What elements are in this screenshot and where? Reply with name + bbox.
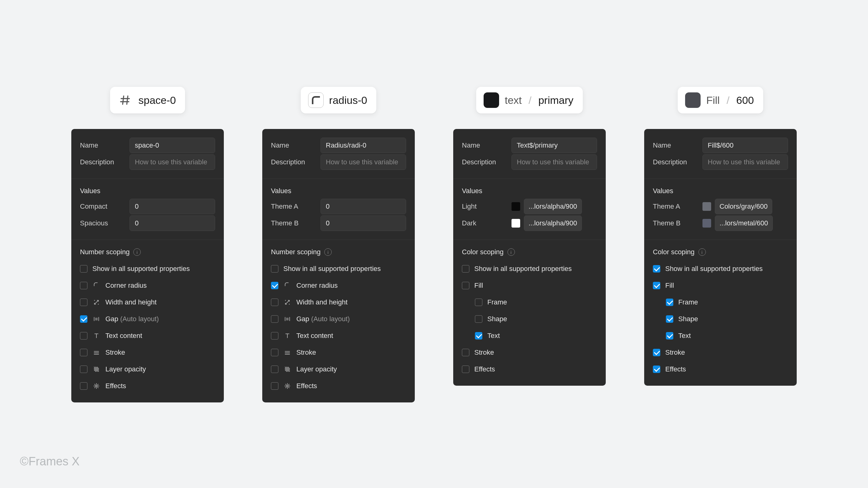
checkbox[interactable] [80,299,87,306]
checkbox[interactable] [80,315,87,323]
section-scoping: Color scoping i Show in all supported pr… [453,240,606,386]
corner-radius-icon [283,281,291,289]
scope-option-show-all[interactable]: Show in all supported properties [653,261,788,277]
checkbox[interactable] [80,282,87,289]
section-values: Values Compact 0 Spacious 0 [71,179,224,240]
name-field[interactable]: space-0 [130,138,215,153]
scope-option-effects[interactable]: Effects [462,361,597,377]
checkbox[interactable] [653,349,660,356]
scope-option-effects[interactable]: Effects [653,361,788,377]
scope-option-frame[interactable]: Frame [462,294,597,311]
variable-panel: Name space-0 Description How to use this… [71,129,224,402]
variable-panel: Name Fill$/600 Description How to use th… [644,129,797,386]
checkbox[interactable] [271,282,278,289]
info-icon[interactable]: i [133,248,141,256]
checkbox[interactable] [80,366,87,373]
scope-option-gap[interactable]: Gap (Auto layout) [271,311,406,327]
scope-option-width-height[interactable]: Width and height [80,294,215,311]
scope-option-text[interactable]: Text [653,327,788,344]
scope-option-layer-opacity[interactable]: Layer opacity [271,361,406,377]
scope-option-shape[interactable]: Shape [653,311,788,327]
info-icon[interactable]: i [507,248,515,256]
scope-option-text-content[interactable]: Text content [271,327,406,344]
info-icon[interactable]: i [699,248,706,256]
values-label: Values [271,187,406,195]
checkbox[interactable] [653,282,660,289]
scope-option-corner-radius[interactable]: Corner radius [80,277,215,294]
scope-label: Layer opacity [105,365,146,373]
scope-option-width-height[interactable]: Width and height [271,294,406,311]
name-field[interactable]: Text$/primary [512,138,597,153]
description-field[interactable]: How to use this variable [320,154,406,170]
checkbox[interactable] [475,332,483,339]
scope-label: Layer opacity [297,365,337,373]
value-alias-field[interactable]: Colors/gray/600 [715,199,772,214]
scope-option-effects[interactable]: Effects [80,377,215,394]
checkbox[interactable] [462,366,469,373]
scoping-title: Number scoping [80,248,130,256]
checkbox[interactable] [80,349,87,356]
value-alias-field[interactable]: ...lors/metal/600 [715,215,773,231]
checkbox[interactable] [80,265,87,273]
value-alias-field[interactable]: ...lors/alpha/900 [524,215,582,231]
value-field[interactable]: 0 [320,215,406,231]
checkbox[interactable] [271,382,278,390]
scope-option-stroke[interactable]: Stroke [462,344,597,361]
value-swatch[interactable] [703,219,711,227]
checkbox[interactable] [462,265,469,273]
checkbox[interactable] [666,299,673,306]
chip-separator: / [726,94,730,106]
description-field[interactable]: How to use this variable [130,154,215,170]
info-icon[interactable]: i [324,248,332,256]
checkbox[interactable] [475,315,483,323]
checkbox[interactable] [271,366,278,373]
checkbox[interactable] [666,332,673,339]
value-row: Theme A 0 [271,198,406,215]
scope-option-corner-radius[interactable]: Corner radius [271,277,406,294]
scope-option-gap[interactable]: Gap (Auto layout) [80,311,215,327]
description-field[interactable]: How to use this variable [512,154,597,170]
scope-option-text[interactable]: Text [462,327,597,344]
name-field[interactable]: Radius/radi-0 [320,138,406,153]
checkbox[interactable] [271,265,278,273]
scope-option-effects[interactable]: Effects [271,377,406,394]
checkbox[interactable] [271,315,278,323]
scope-label: Text [678,332,691,340]
checkbox[interactable] [80,382,87,390]
checkbox[interactable] [271,332,278,339]
scope-option-show-all[interactable]: Show in all supported properties [462,261,597,277]
checkbox[interactable] [653,265,660,273]
scope-option-frame[interactable]: Frame [653,294,788,311]
scope-option-text-content[interactable]: Text content [80,327,215,344]
value-field[interactable]: 0 [130,215,215,231]
checkbox[interactable] [271,299,278,306]
value-mode-label: Theme A [653,203,697,211]
scope-option-stroke[interactable]: Stroke [653,344,788,361]
corner-radius-icon [92,281,100,289]
name-field[interactable]: Fill$/600 [703,138,788,153]
checkbox[interactable] [475,299,483,306]
scope-label: Effects [665,365,686,373]
value-field[interactable]: 0 [130,199,215,214]
checkbox[interactable] [462,282,469,289]
checkbox[interactable] [666,315,673,323]
scope-option-shape[interactable]: Shape [462,311,597,327]
scope-option-fill[interactable]: Fill [653,277,788,294]
checkbox[interactable] [271,349,278,356]
checkbox[interactable] [462,349,469,356]
stroke-icon [92,348,100,357]
checkbox[interactable] [653,366,660,373]
value-swatch[interactable] [512,219,520,227]
scope-option-stroke[interactable]: Stroke [80,344,215,361]
scope-option-stroke[interactable]: Stroke [271,344,406,361]
scope-option-fill[interactable]: Fill [462,277,597,294]
checkbox[interactable] [80,332,87,339]
scope-option-show-all[interactable]: Show in all supported properties [80,261,215,277]
scope-option-show-all[interactable]: Show in all supported properties [271,261,406,277]
value-swatch[interactable] [703,202,711,211]
scope-option-layer-opacity[interactable]: Layer opacity [80,361,215,377]
value-alias-field[interactable]: ...lors/alpha/900 [524,199,582,214]
value-swatch[interactable] [512,202,520,211]
description-field[interactable]: How to use this variable [703,154,788,170]
value-field[interactable]: 0 [320,199,406,214]
